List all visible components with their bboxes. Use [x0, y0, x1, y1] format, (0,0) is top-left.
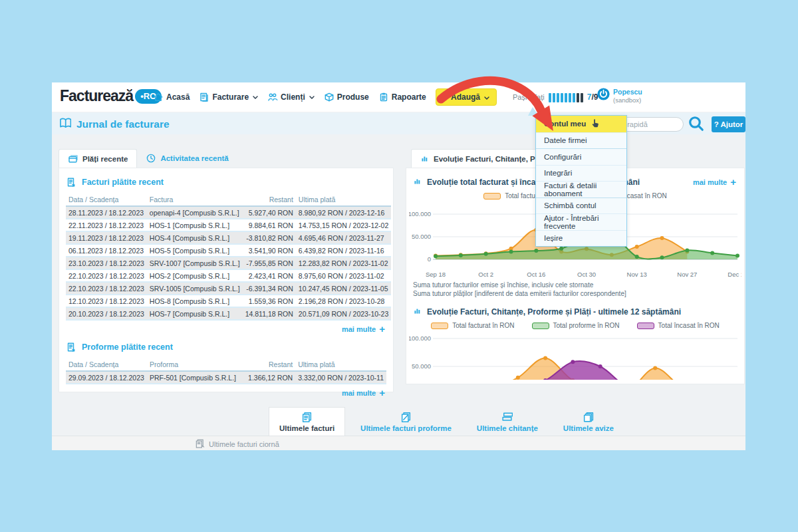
svg-text:Oct 30: Oct 30: [577, 271, 596, 278]
logo[interactable]: Facturează •RO: [60, 87, 162, 105]
svg-text:Oct 2: Oct 2: [478, 271, 493, 278]
proforme-stack-icon: [400, 411, 412, 422]
table-row: 28.11.2023 / 18.12.2023openapi-4 [Compus…: [66, 206, 391, 219]
cell-ultima-plata: 20.571,09 RON / 2023-10-23: [296, 307, 391, 320]
footer-tab-ultimele-facturi-proforme[interactable]: Ultimele facturi proforme: [350, 411, 462, 432]
doc-icon: [66, 342, 76, 352]
cell-ultima-plata: 8.975,60 RON / 2023-11-02: [296, 269, 391, 282]
nav-item-facturare[interactable]: Facturare: [199, 92, 258, 102]
proforme-table: Data / ScadențaProformaRestantUltima pla…: [66, 358, 386, 384]
add-button[interactable]: +Adaugă: [436, 88, 497, 106]
svg-text:0: 0: [428, 255, 431, 263]
nav-label: Produse: [337, 92, 369, 102]
document-link[interactable]: PRF-501 [Compusib S.R.L.]: [147, 371, 243, 384]
nav-item-rapoarte[interactable]: Rapoarte: [378, 92, 426, 102]
document-link[interactable]: SRV-1005 [Compusib S.R.L.]: [147, 282, 243, 295]
cell-date: 19.11.2023 / 18.12.2023: [66, 231, 147, 244]
power-icon[interactable]: [597, 88, 610, 104]
menu-item-schimba-contul[interactable]: Schimbă contul: [536, 198, 626, 214]
cell-date: 06.11.2023 / 18.12.2023: [66, 244, 147, 257]
chart2-legend: Total facturat în RONTotal proforme în R…: [406, 322, 744, 329]
invoices-table: Data / ScadențaFacturaRestantUltima plat…: [66, 194, 391, 321]
cell-ultima-plata: 8.980,92 RON / 2023-12-16: [296, 206, 391, 219]
menu-callout: [528, 107, 539, 116]
footer-tab-label: Ultimele facturi: [279, 424, 334, 432]
menu-item-configurari[interactable]: Configurări: [536, 148, 626, 165]
footer-tab-ultimele-chitante[interactable]: Ultimele chitanțe: [467, 411, 548, 432]
menu-item-label: Ajutor - Întrebări frecvente: [544, 214, 618, 230]
document-link[interactable]: HOS-4 [Compusib S.R.L.]: [147, 231, 243, 244]
more-link-charts[interactable]: mai multe+: [693, 178, 736, 186]
draft-invoices-link[interactable]: Ultimele facturi ciornă: [195, 438, 279, 450]
document-link[interactable]: openapi-4 [Compusib S.R.L.]: [147, 206, 243, 219]
table-row: 22.10.2023 / 18.12.2023HOS-2 [Compusib S…: [66, 269, 391, 282]
document-link[interactable]: HOS-5 [Compusib S.R.L.]: [147, 244, 243, 257]
avize-icon: [583, 411, 594, 422]
menu-item-label: Configurări: [544, 153, 581, 161]
nav-label: Acasă: [166, 92, 190, 102]
cell-date: 22.10.2023 / 18.12.2023: [66, 282, 147, 295]
svg-text:Dec 11: Dec 11: [728, 271, 741, 278]
cell-restant: 9.884,61 RON: [243, 219, 296, 231]
legend-item-total-proforme-in-ron: Total proforme în RON: [532, 322, 620, 329]
draft-invoices-icon: [195, 438, 205, 450]
cell-ultima-plata: 12.283,82 RON / 2023-11-02: [296, 257, 391, 269]
svg-text:Nov 13: Nov 13: [627, 271, 647, 278]
menu-item-ajutor-intrebari-frecvente[interactable]: Ajutor - Întrebări frecvente: [536, 213, 626, 230]
nav-item-clienti[interactable]: Clienți: [267, 92, 315, 102]
tab-activitatea-recenta[interactable]: Activitatea recentă: [137, 149, 237, 168]
table-row: 22.10.2023 / 18.12.2023SRV-1005 [Compusi…: [66, 282, 391, 295]
account-menu: Contul meuDatele firmeiConfigurăriIntegr…: [535, 115, 627, 247]
legend-swatch: [431, 323, 448, 329]
menu-item-iesire[interactable]: Ieșire: [536, 230, 626, 247]
chart-bars-icon: [420, 154, 430, 164]
steps-label: Pași bifați: [513, 93, 545, 101]
menu-item-integrari[interactable]: Integrări: [536, 165, 626, 182]
svg-text:100.000: 100.000: [409, 334, 431, 342]
caret-down-icon: [308, 96, 315, 99]
help-button[interactable]: ? Ajutor: [712, 116, 745, 132]
page: Facturează •RO AcasăFacturareCliențiProd…: [0, 0, 798, 532]
col-header: Ultima plată: [296, 194, 391, 206]
col-header: Data / Scadența: [66, 358, 147, 371]
add-label: Adaugă: [451, 92, 480, 102]
cell-ultima-plata: 2.196,28 RON / 2023-10-28: [296, 295, 391, 307]
svg-text:Oct 16: Oct 16: [527, 271, 545, 278]
table-row: 23.10.2023 / 18.12.2023SRV-1007 [Compusi…: [66, 257, 391, 269]
footer-tab-ultimele-facturi[interactable]: Ultimele facturi: [269, 407, 345, 436]
cell-ultima-plata: 4.695,46 RON / 2023-11-27: [296, 231, 391, 244]
section-title-label: Proforme plătite recent: [82, 342, 173, 352]
page-title: Jurnal de facturare: [59, 116, 170, 132]
content-area: Plăți recenteActivitatea recentă Evoluți…: [52, 134, 745, 436]
document-link[interactable]: HOS-8 [Compusib S.R.L.]: [147, 295, 243, 307]
nav-item-acasa[interactable]: Acasă: [153, 92, 190, 102]
cell-ultima-plata: 3.332,00 RON / 2023-10-11: [295, 371, 386, 384]
nav-item-produse[interactable]: Produse: [324, 92, 369, 102]
menu-item-facturi-detalii-abonament[interactable]: Facturi & detalii abonament: [536, 181, 626, 198]
steps-progress: Pași bifați7/9: [513, 92, 598, 102]
table-row: 20.10.2023 / 18.12.2023HOS-7 [Compusib S…: [66, 307, 391, 320]
menu-item-contul-meu[interactable]: Contul meu: [536, 116, 626, 132]
invoice-icon: [199, 92, 209, 102]
tab-plati-recente[interactable]: Plăți recente: [59, 149, 137, 168]
search-icon[interactable]: [688, 115, 705, 135]
document-link[interactable]: HOS-7 [Compusib S.R.L.]: [147, 307, 243, 320]
legend-item-total-facturat-in-ron: Total facturat în RON: [431, 322, 514, 329]
footer-tab-ultimele-avize[interactable]: Ultimele avize: [553, 411, 624, 432]
col-header: Proforma: [147, 358, 243, 371]
top-header: Facturează •RO AcasăFacturareCliențiProd…: [52, 82, 745, 112]
more-link-invoices[interactable]: mai multe+: [67, 325, 385, 333]
cell-date: 23.10.2023 / 18.12.2023: [66, 257, 147, 269]
more-link-proforme[interactable]: mai multe+: [67, 389, 385, 397]
cell-restant: -3.810,82 RON: [243, 231, 296, 244]
legend-label: Total proforme în RON: [553, 322, 620, 329]
document-link[interactable]: HOS-1 [Compusib S.R.L.]: [147, 219, 243, 231]
footer-tab-label: Ultimele chitanțe: [477, 424, 538, 432]
document-link[interactable]: HOS-2 [Compusib S.R.L.]: [147, 269, 243, 282]
menu-item-datele-firmei[interactable]: Datele firmei: [536, 132, 626, 149]
document-link[interactable]: SRV-1007 [Compusib S.R.L.]: [147, 257, 243, 269]
user-name: Popescu: [613, 88, 642, 96]
tab-label: Plăți recente: [82, 155, 128, 163]
home-icon: [153, 92, 164, 102]
user-badge[interactable]: Popescu (sandbox): [597, 88, 642, 104]
